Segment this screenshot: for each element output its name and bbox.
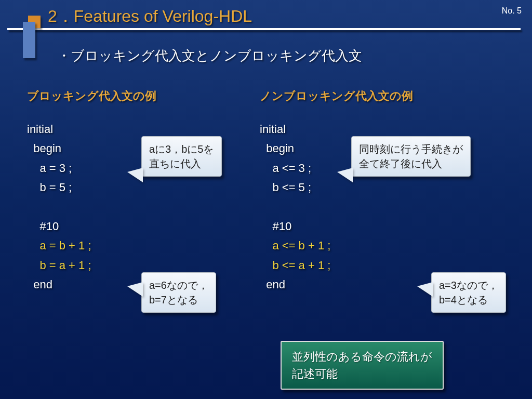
callout-nonblocking-result: a=3なので， b=4となる: [431, 272, 506, 313]
callout-blocking-assign: aに3，bに5を 直ちに代入: [141, 136, 222, 177]
code-line: a = 3 ;: [27, 162, 72, 175]
blocking-heading: ブロッキング代入文の例: [27, 88, 245, 104]
callout-line: a=3なので，: [439, 278, 498, 292]
callout-tail-icon: [127, 282, 143, 297]
title-underline: [7, 28, 521, 30]
decor-blue-rect: [23, 22, 35, 58]
col-nonblocking: ノンブロッキング代入文の例 initial begin a <= 3 ; b <…: [260, 88, 478, 295]
callout-tail-icon: [337, 168, 353, 182]
header: 2．Features of Verilog-HDL No. 5: [0, 0, 532, 31]
col-blocking: ブロッキング代入文の例 initial begin a = 3 ; b = 5 …: [27, 88, 245, 295]
callout-line: b=4となる: [439, 292, 498, 307]
code-line: #10: [27, 220, 59, 233]
callout-tail-icon: [417, 282, 433, 297]
code-line: begin: [27, 142, 61, 155]
code-line: a <= 3 ;: [260, 162, 311, 175]
callout-line: a=6なので，: [149, 278, 208, 292]
slide-title: 2．Features of Verilog-HDL: [48, 5, 252, 28]
code-line-highlight: b = a + 1 ;: [27, 259, 91, 272]
callout-nonblocking-assign: 同時刻に行う手続きが 全て終了後に代入: [351, 136, 471, 177]
code-line: initial: [260, 123, 286, 136]
summary-box: 並列性のある命令の流れが 記述可能: [281, 341, 444, 390]
callout-line: aに3，bに5を: [149, 142, 214, 156]
callout-line: 同時刻に行う手続きが: [359, 142, 463, 156]
callout-line: 全て終了後に代入: [359, 156, 463, 171]
callout-line: 直ちに代入: [149, 156, 214, 171]
code-line: b <= 5 ;: [260, 181, 311, 194]
code-line: end: [27, 278, 52, 291]
summary-line: 記述可能: [292, 365, 432, 382]
page-number: No. 5: [502, 6, 522, 16]
code-line: #10: [260, 220, 291, 233]
code-line: end: [260, 278, 285, 291]
code-line-highlight: a <= b + 1 ;: [260, 239, 330, 252]
callout-line: b=7となる: [149, 292, 208, 307]
code-line: b = 5 ;: [27, 181, 72, 194]
decor-blocks: [23, 0, 46, 62]
nonblocking-heading: ノンブロッキング代入文の例: [260, 88, 478, 104]
code-line: begin: [260, 142, 294, 155]
code-line: initial: [27, 123, 53, 136]
summary-line: 並列性のある命令の流れが: [292, 348, 432, 365]
callout-blocking-result: a=6なので， b=7となる: [141, 272, 216, 313]
callout-tail-icon: [127, 168, 143, 182]
code-line-highlight: a = b + 1 ;: [27, 239, 91, 252]
code-line-highlight: b <= a + 1 ;: [260, 259, 330, 272]
slide-subtitle: ・ブロッキング代入文とノンブロッキング代入文: [57, 47, 362, 65]
